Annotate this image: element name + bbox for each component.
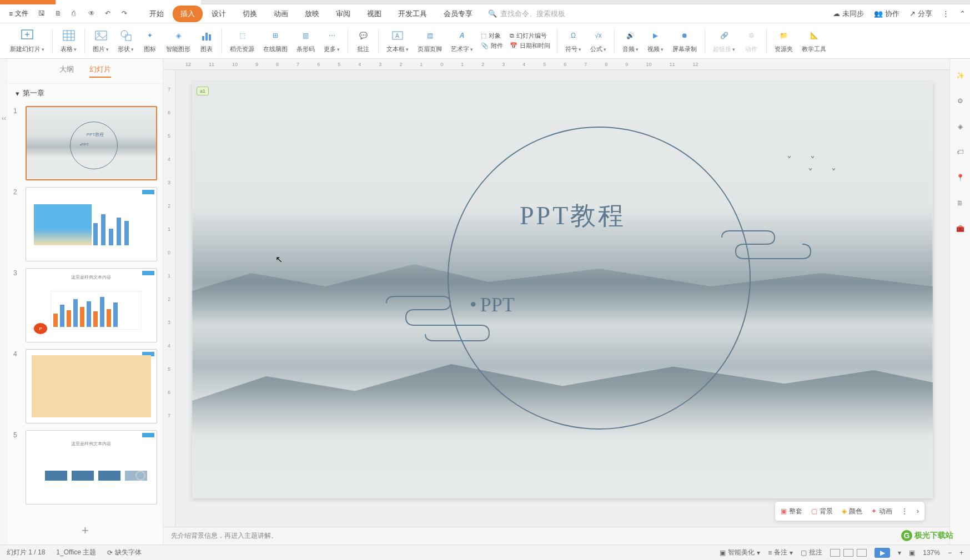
status-bar: 幻灯片 1 / 18 1_Office 主题 ⟳ 缺失字体 ▣ 智能美化 ▾ ≡… — [0, 544, 970, 560]
panel-tab-outline[interactable]: 大纲 — [59, 64, 74, 78]
thumbnail-4[interactable] — [26, 349, 157, 423]
chart-button[interactable]: 图表 — [195, 28, 218, 53]
sorter-view-icon[interactable] — [843, 549, 853, 557]
datetime-button[interactable]: 📅 日期和时间 — [510, 42, 550, 50]
color-button[interactable]: ◈颜色 — [842, 507, 862, 516]
collapse-ribbon-icon[interactable]: ⌃ — [959, 9, 966, 18]
redo-icon[interactable]: ↷ — [122, 9, 130, 18]
print-preview-icon[interactable]: 👁 — [88, 9, 97, 18]
tab-slideshow[interactable]: 放映 — [297, 6, 327, 22]
tab-view[interactable]: 视图 — [359, 6, 389, 22]
decorative-circle[interactable] — [448, 127, 751, 430]
attachment-button[interactable]: 📎 附件 — [481, 42, 503, 50]
slide-canvas[interactable]: PPT教程 PPT ˅ ˅ ˅ ˅ a1 ↖ — [192, 82, 933, 498]
float-more-icon[interactable]: ⋮ — [901, 507, 908, 515]
thumbnail-3[interactable]: 这里是样例文本内容 P — [26, 268, 157, 342]
comment-button[interactable]: 💬批注 — [351, 28, 375, 53]
theme-label[interactable]: 1_Office 主题 — [56, 548, 96, 557]
object-button[interactable]: ⬚ 对象 — [481, 32, 503, 40]
tab-home[interactable]: 开始 — [142, 6, 172, 22]
collapse-left-icon[interactable]: ‹‹ — [2, 114, 6, 122]
normal-view-icon[interactable] — [830, 549, 840, 557]
undo-icon[interactable]: ↶ — [105, 9, 114, 18]
icons-button[interactable]: ✦图标 — [138, 28, 162, 53]
barcode-button[interactable]: ▥条形码 — [292, 28, 319, 53]
tab-animation[interactable]: 动画 — [266, 6, 296, 22]
audio-button[interactable]: 🔊音频 — [618, 28, 643, 53]
slide-counter[interactable]: 幻灯片 1 / 18 — [7, 548, 45, 557]
zoom-fit-icon[interactable]: ▣ — [909, 549, 915, 557]
share-button[interactable]: ↗ 分享 — [909, 9, 932, 19]
slide-number-button[interactable]: ⧉ 幻灯片编号 — [510, 32, 550, 40]
panel-tab-slides[interactable]: 幻灯片 — [89, 64, 111, 78]
reading-view-icon[interactable] — [857, 549, 867, 557]
set-button[interactable]: ▣整套 — [781, 507, 802, 516]
tab-vip[interactable]: 会员专享 — [436, 6, 480, 22]
beautify-button[interactable]: ▣ 智能美化 ▾ — [720, 548, 760, 557]
save-as-icon[interactable]: 🗎 — [55, 9, 64, 18]
rail-settings-icon[interactable]: ⚙ — [954, 95, 966, 107]
save-icon[interactable]: 🖫 — [38, 9, 47, 18]
sync-status[interactable]: ☁ 未同步 — [833, 9, 864, 19]
bg-button[interactable]: ▢背景 — [811, 507, 833, 516]
table-button[interactable]: 表格 — [56, 28, 81, 53]
thumbnails-list[interactable]: 1 PPT教程 •PPT 2 3 这里是样例文本内容 P 4 — [8, 103, 163, 517]
tab-devtools[interactable]: 开发工具 — [390, 6, 435, 22]
comment-marker[interactable]: a1 — [197, 87, 209, 95]
wordart-button[interactable]: A艺术字 — [446, 28, 478, 53]
zoom-in-icon[interactable]: + — [959, 549, 963, 557]
cloud-decoration-1[interactable] — [716, 226, 822, 271]
object-group: ⬚ 对象 📎 附件 — [478, 32, 506, 50]
play-dropdown-icon[interactable]: ▾ — [898, 549, 901, 557]
notes-button[interactable]: ≡ 备注 ▾ — [768, 548, 793, 557]
docer-button[interactable]: ⬚稻壳资源 — [225, 28, 259, 53]
rail-toolbox-icon[interactable]: 🧰 — [954, 223, 966, 234]
missing-font-button[interactable]: ⟳ 缺失字体 — [107, 548, 142, 557]
symbol-button[interactable]: Ω符号 — [561, 28, 586, 53]
comments-button[interactable]: ▢ 批注 — [801, 548, 822, 557]
new-slide-button[interactable]: 新建幻灯片 — [6, 28, 49, 53]
float-close-icon[interactable]: › — [917, 507, 919, 515]
print-icon[interactable]: ⎙ — [72, 9, 81, 18]
smartart-button[interactable]: ◈智能图形 — [162, 28, 195, 53]
cloud-decoration-2[interactable] — [381, 293, 503, 354]
more-icon[interactable]: ⋮ — [942, 9, 949, 18]
rail-ai-icon[interactable]: ✨ — [954, 70, 966, 81]
tab-design[interactable]: 设计 — [204, 6, 234, 22]
screen-record-button[interactable]: ⏺屏幕录制 — [668, 28, 701, 53]
doc-tab[interactable] — [57, 0, 201, 4]
app-tab[interactable] — [0, 0, 56, 4]
add-slide-button[interactable]: + — [82, 523, 89, 538]
header-footer-button[interactable]: ▤页眉页脚 — [413, 28, 446, 53]
textbox-button[interactable]: A文本框 — [382, 28, 413, 53]
tab-transition[interactable]: 切换 — [235, 6, 265, 22]
thumbnail-5[interactable]: 这里是样例文本内容 — [26, 430, 157, 504]
anim-button[interactable]: ✦动画 — [871, 507, 892, 516]
notes-pane[interactable]: 先介绍背景信息，再进入主题讲解。 — [163, 527, 949, 544]
file-menu[interactable]: ≡ 文件 — [4, 7, 33, 21]
more-button[interactable]: ⋯更多 — [319, 28, 344, 53]
thumbnail-1[interactable]: PPT教程 •PPT — [26, 106, 157, 180]
rail-style-icon[interactable]: ◈ — [954, 121, 966, 132]
thumbnail-2[interactable] — [26, 187, 157, 261]
command-search[interactable]: 🔍 查找命令、搜索模板 — [488, 9, 565, 19]
equation-button[interactable]: √x公式 — [586, 28, 611, 53]
chapter-row[interactable]: ▾ 第一章 — [8, 84, 163, 103]
slideshow-button[interactable]: ▶ — [874, 548, 890, 558]
zoom-out-icon[interactable]: − — [948, 549, 952, 557]
collab-button[interactable]: 👥 协作 — [874, 9, 899, 19]
zoom-level[interactable]: 137% — [923, 549, 940, 557]
picture-button[interactable]: 图片 — [88, 28, 113, 53]
slide-stage[interactable]: PPT教程 PPT ˅ ˅ ˅ ˅ a1 ↖ ▣整套 ▢背景 ◈颜色 — [175, 70, 949, 527]
teaching-tools-button[interactable]: 📐教学工具 — [797, 28, 831, 53]
video-button[interactable]: ▶视频 — [643, 28, 668, 53]
rail-tag-icon[interactable]: 🏷 — [954, 147, 966, 158]
assets-button[interactable]: 📁资源夹 — [770, 28, 797, 53]
slide-title[interactable]: PPT教程 — [520, 199, 626, 233]
tab-insert[interactable]: 插入 — [173, 6, 203, 22]
shapes-button[interactable]: 形状 — [113, 28, 138, 53]
tab-review[interactable]: 审阅 — [328, 6, 358, 22]
rail-doc-icon[interactable]: 🗎 — [954, 198, 966, 209]
rail-location-icon[interactable]: 📍 — [954, 172, 966, 183]
mindmap-button[interactable]: ⊞在线脑图 — [259, 28, 292, 53]
